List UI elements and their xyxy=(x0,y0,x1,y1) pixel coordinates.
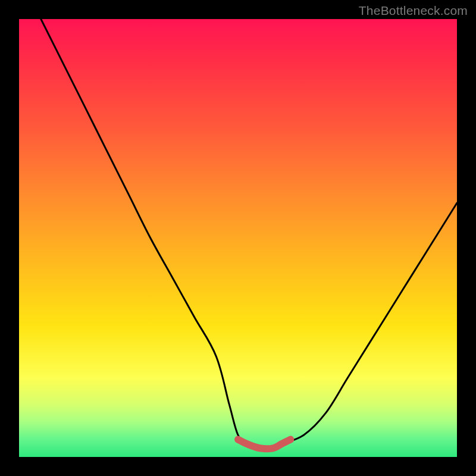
bottleneck-curve-path xyxy=(41,19,457,449)
bottleneck-flat-highlight-path xyxy=(238,440,290,449)
watermark-text: TheBottleneck.com xyxy=(359,4,468,18)
bottleneck-curve-svg xyxy=(19,19,457,457)
gradient-plot-area xyxy=(19,19,457,457)
chart-frame: TheBottleneck.com xyxy=(0,0,476,476)
